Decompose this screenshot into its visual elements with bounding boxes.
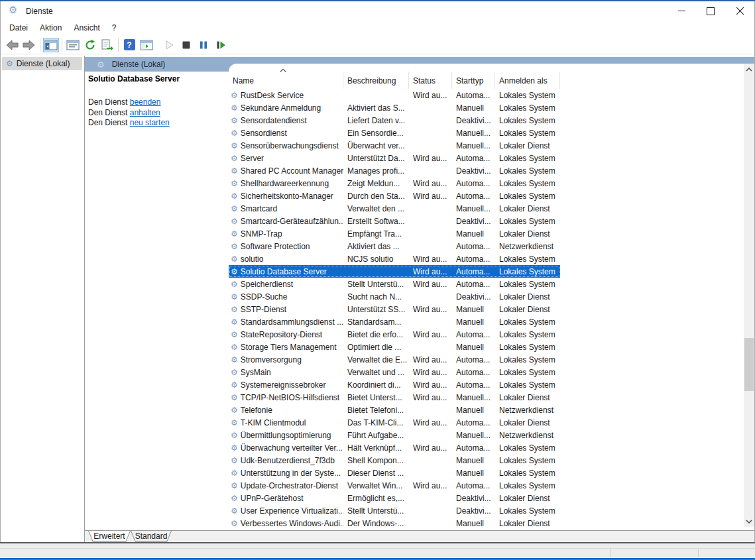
refresh-icon[interactable] bbox=[82, 38, 98, 52]
close-icon bbox=[736, 7, 744, 15]
action-link-neu-starten[interactable]: neu starten bbox=[130, 118, 170, 127]
close-button[interactable] bbox=[725, 1, 754, 21]
table-row[interactable]: ⚙StateRepository-DienstBietet die erfo..… bbox=[229, 328, 560, 341]
table-row[interactable]: ⚙Überwachung verteilter Ver...Hält Verkn… bbox=[229, 441, 560, 454]
menu-item-aktion[interactable]: Aktion bbox=[34, 21, 68, 34]
service-gear-icon: ⚙ bbox=[231, 381, 238, 389]
table-row[interactable]: ⚙ServerUnterstützt Da...Wird au...Automa… bbox=[229, 152, 560, 164]
service-name: Sicherheitskonto-Manager bbox=[241, 192, 333, 201]
show-extended-view-icon[interactable] bbox=[139, 38, 154, 52]
service-gear-icon: ⚙ bbox=[231, 192, 238, 200]
table-row[interactable]: ⚙SystemereignissebrokerKoordiniert di...… bbox=[229, 378, 560, 391]
menu-item-hilfe[interactable]: ? bbox=[106, 21, 123, 34]
service-name: Software Protection bbox=[241, 242, 310, 251]
back-icon[interactable] bbox=[4, 38, 20, 52]
table-row[interactable]: ⚙SmartcardVerwaltet den ...Manuell...Lok… bbox=[229, 202, 560, 215]
minimize-button[interactable] bbox=[667, 1, 696, 21]
sidebar-item-dienste-lokal[interactable]: ⚙ Dienste (Lokal) bbox=[2, 57, 82, 70]
service-starttype-cell: Manuell bbox=[452, 456, 495, 465]
column-header-name[interactable]: Name bbox=[229, 72, 343, 89]
table-row[interactable]: ⚙TCP/IP-NetBIOS-HilfsdienstBietet Unters… bbox=[229, 391, 560, 404]
pause-service-icon[interactable] bbox=[196, 38, 211, 52]
service-name-cell: ⚙Update-Orchestrator-Dienst bbox=[229, 481, 343, 490]
service-name-cell: ⚙T-KIM Clientmodul bbox=[229, 418, 343, 427]
scroll-up-icon[interactable] bbox=[744, 64, 754, 75]
service-description-cell: Aktiviert das S... bbox=[343, 103, 409, 113]
action-link-anhalten[interactable]: anhalten bbox=[130, 108, 160, 117]
table-row[interactable]: ⚙Sekundäre AnmeldungAktiviert das S...Ma… bbox=[229, 101, 560, 114]
service-gear-icon: ⚙ bbox=[231, 268, 238, 276]
service-description-cell: Stellt Unterstü... bbox=[343, 280, 409, 289]
table-row[interactable]: ⚙SSTP-DienstUnterstützt SS...Wird au...M… bbox=[229, 303, 560, 315]
table-row[interactable]: ⚙SensordienstEin Sensordie...Manuell...L… bbox=[229, 127, 560, 139]
help-icon[interactable]: ? bbox=[121, 38, 137, 52]
column-header-status[interactable]: Status bbox=[409, 72, 452, 89]
vertical-scrollbar[interactable] bbox=[744, 64, 754, 527]
table-row[interactable]: ⚙SensordatendienstLiefert Daten v...Deak… bbox=[229, 114, 560, 127]
menu-item-datei[interactable]: Datei bbox=[3, 21, 34, 34]
service-gear-icon: ⚙ bbox=[231, 154, 238, 162]
column-header-starttyp[interactable]: Starttyp bbox=[452, 72, 495, 89]
service-logon-cell: Lokales System bbox=[495, 456, 560, 465]
table-row[interactable]: ⚙Solutio Database ServerWird au...Automa… bbox=[229, 265, 560, 278]
table-row[interactable]: ⚙SpeicherdienstStellt Unterstü...Wird au… bbox=[229, 278, 560, 290]
table-row[interactable]: ⚙Storage Tiers ManagementOptimiert die .… bbox=[229, 341, 560, 353]
service-gear-icon: ⚙ bbox=[231, 205, 238, 213]
restart-service-icon[interactable] bbox=[213, 38, 229, 52]
tab-erweitert[interactable]: Erweitert bbox=[88, 531, 131, 542]
table-row[interactable]: ⚙TelefonieBietet Telefoni...ManuellNetzw… bbox=[229, 404, 560, 416]
service-starttype-cell: Automa... bbox=[452, 380, 495, 390]
service-name: Verbessertes Windows-Audi... bbox=[241, 519, 343, 528]
table-row[interactable]: ⚙T-KIM ClientmodulDas T-KIM-Cli...Wird a… bbox=[229, 416, 560, 429]
table-row[interactable]: ⚙Verbessertes Windows-Audi...Der Windows… bbox=[229, 517, 560, 530]
service-status-cell: Wird au... bbox=[409, 179, 452, 188]
service-logon-cell: Lokales System bbox=[495, 192, 560, 201]
service-name-cell: ⚙Unterstützung in der Syste... bbox=[229, 469, 343, 478]
table-row[interactable]: ⚙Update-Orchestrator-DienstVerwaltet Win… bbox=[229, 479, 560, 492]
service-logon-cell: Lokaler Dienst bbox=[495, 229, 560, 239]
table-row[interactable]: ⚙SSDP-SucheSucht nach N...Deaktivi...Lok… bbox=[229, 290, 560, 303]
table-row[interactable]: ⚙Shared PC Account ManagerManages profi.… bbox=[229, 164, 560, 177]
table-row[interactable]: ⚙Unterstützung in der Syste...Dieser Die… bbox=[229, 467, 560, 479]
table-row[interactable]: ⚙SysMainVerwaltet und ...Wird au...Autom… bbox=[229, 366, 560, 378]
table-row[interactable]: ⚙ShellhardwareerkennungZeigt Meldun...Wi… bbox=[229, 177, 560, 190]
menu-item-ansicht[interactable]: Ansicht bbox=[68, 21, 105, 34]
service-logon-cell: Netzwerkdienst bbox=[495, 406, 560, 415]
table-row[interactable]: ⚙Software ProtectionAktiviert das ...Aut… bbox=[229, 240, 560, 252]
maximize-button[interactable] bbox=[696, 1, 725, 21]
table-row[interactable]: ⚙Smartcard-Geräteaufzählun...Erstellt So… bbox=[229, 215, 560, 227]
table-row[interactable]: ⚙solutioNCJS solutioWird au...Automa...L… bbox=[229, 252, 560, 265]
service-description-cell: Aktiviert das ... bbox=[343, 242, 409, 251]
service-name-cell: ⚙Smartcard bbox=[229, 204, 343, 213]
export-list-icon[interactable] bbox=[99, 38, 115, 52]
table-row[interactable]: ⚙SNMP-TrapEmpfängt Tra...ManuellLokaler … bbox=[229, 227, 560, 240]
column-header-anmelden-als[interactable]: Anmelden als bbox=[495, 72, 560, 89]
table-row[interactable]: ⚙RustDesk ServiceWird au...Automa...Loka… bbox=[229, 89, 560, 101]
service-gear-icon: ⚙ bbox=[231, 469, 238, 477]
service-name: SSTP-Dienst bbox=[241, 305, 286, 314]
service-rows: ⚙RustDesk ServiceWird au...Automa...Loka… bbox=[229, 89, 560, 530]
table-row[interactable]: ⚙Udk-Benutzerdienst_7f3dbShell Kompon...… bbox=[229, 454, 560, 467]
table-row[interactable]: ⚙ÜbermittlungsoptimierungFührt Aufgabe..… bbox=[229, 429, 560, 441]
stop-service-icon[interactable] bbox=[178, 38, 194, 52]
tab-standard[interactable]: Standard bbox=[131, 531, 172, 542]
table-row[interactable]: ⚙StromversorgungVerwaltet die E...Wird a… bbox=[229, 353, 560, 366]
service-starttype-cell: Automa... bbox=[452, 368, 495, 377]
forward-icon[interactable] bbox=[21, 38, 37, 52]
service-starttype-cell: Manuell... bbox=[452, 129, 495, 138]
table-row[interactable]: ⚙Standardsammlungsdienst ...Standardsam.… bbox=[229, 315, 560, 328]
column-header-beschreibung[interactable]: Beschreibung bbox=[343, 72, 409, 89]
action-link-beenden[interactable]: beenden bbox=[130, 97, 161, 107]
scroll-down-icon[interactable] bbox=[744, 516, 754, 527]
table-row[interactable]: ⚙UPnP-GerätehostErmöglicht es,...Deaktiv… bbox=[229, 492, 560, 504]
table-row[interactable]: ⚙Sicherheitskonto-ManagerDurch den Sta..… bbox=[229, 190, 560, 202]
properties-icon[interactable] bbox=[65, 38, 81, 52]
table-row[interactable]: ⚙SensorüberwachungsdienstÜberwacht ver..… bbox=[229, 139, 560, 152]
service-gear-icon: ⚙ bbox=[231, 255, 238, 263]
service-starttype-cell: Manuell... bbox=[452, 204, 495, 213]
start-service-icon[interactable] bbox=[161, 38, 177, 52]
table-row[interactable]: ⚙User Experience Virtualizati...Stellt U… bbox=[229, 504, 560, 517]
service-logon-cell: Lokales System bbox=[495, 469, 560, 478]
scrollbar-thumb[interactable] bbox=[744, 338, 754, 391]
show-console-tree-icon[interactable] bbox=[43, 38, 59, 52]
